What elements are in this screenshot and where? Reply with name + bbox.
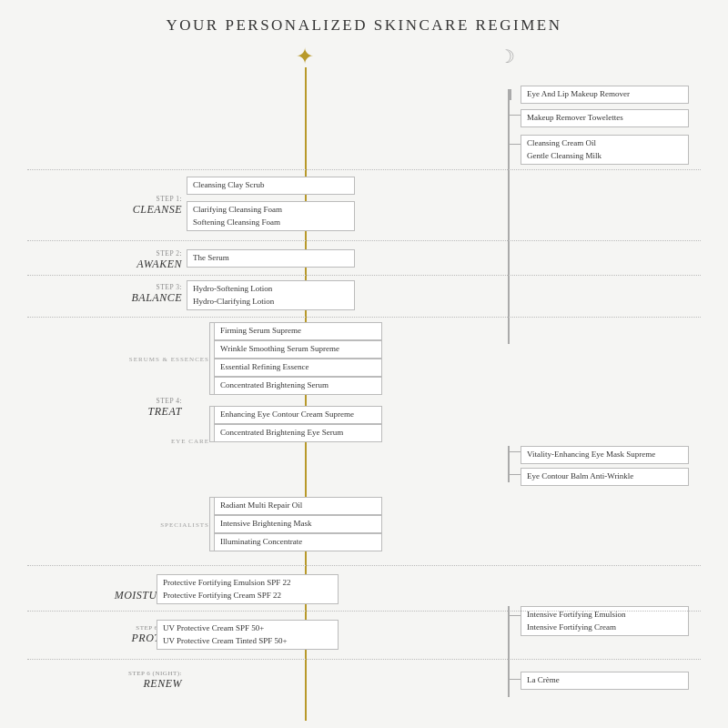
product-uv-cream: UV Protective Cream SPF 50+UV Protective… — [157, 620, 339, 650]
sublabel-eyecare: EYE CARE — [118, 438, 209, 445]
product-serum: The Serum — [187, 249, 355, 268]
product-cleansing-cream: Cleansing Cream OilGentle Cleansing Milk — [521, 135, 689, 165]
bracket-eyecare — [209, 406, 214, 442]
diagram-canvas: ✦ ☽ Eye And Lip Makeup Remover Makeup Re… — [27, 42, 701, 720]
product-wrinkle-serum: Wrinkle Smoothing Serum Supreme — [214, 340, 382, 359]
h-connector-lacreme — [508, 679, 521, 680]
moon-icon: ☽ — [499, 46, 515, 67]
h-connector-eye-balm — [508, 474, 521, 475]
gray-vert-moisturize-renew — [508, 606, 510, 679]
product-softening-lotion: Hydro-Softening LotionHydro-Clarifying L… — [187, 280, 355, 310]
product-essential-essence: Essential Refining Essence — [214, 359, 382, 377]
h-connector-towelettes — [508, 115, 521, 116]
product-repair-oil: Radiant Multi Repair Oil — [214, 497, 382, 515]
product-vitality-mask: Vitality-Enhancing Eye Mask Supreme — [521, 446, 689, 464]
sep-4 — [27, 317, 701, 318]
sublabel-specialists: SPECIALISTS — [109, 521, 209, 529]
step-awaken-label: STEP 2: AWAKEN — [27, 249, 182, 271]
product-towelettes: Makeup Remover Towelettes — [521, 109, 689, 127]
product-eye-balm: Eye Contour Balm Anti-Wrinkle — [521, 468, 689, 486]
product-illuminating: Illuminating Concentrate — [214, 533, 382, 551]
sublabel-serums: SERUMS & ESSENCES — [100, 356, 209, 363]
product-eye-contour: Enhancing Eye Contour Cream Supreme — [214, 406, 382, 424]
step-renew-label: STEP 6 (NIGHT): RENEW — [27, 670, 182, 691]
product-cleansing-foam: Clarifying Cleansing FoamSoftening Clean… — [187, 201, 355, 231]
gray-vertical-line-top — [508, 89, 510, 344]
step-balance-label: STEP 3: BALANCE — [27, 283, 182, 305]
bracket-specialists — [209, 497, 214, 551]
product-eye-lip-remover: Eye And Lip Makeup Remover — [521, 86, 689, 104]
product-brightening-mask: Intensive Brightening Mask — [214, 515, 382, 533]
sep-2 — [27, 240, 701, 241]
sep-5 — [27, 565, 701, 566]
product-firming-serum: Firming Serum Supreme — [214, 322, 382, 340]
step-treat-label: STEP 4: TREAT — [27, 397, 182, 419]
sun-icon: ✦ — [296, 44, 314, 69]
bracket-serums — [209, 322, 214, 395]
h-connector-intensive — [508, 615, 521, 616]
product-la-creme: La Crème — [521, 672, 689, 690]
product-brightening-serum: Concentrated Brightening Serum — [214, 377, 382, 395]
product-protective-emulsion: Protective Fortifying Emulsion SPF 22Pro… — [157, 574, 339, 604]
h-connector-vitality — [508, 451, 521, 452]
h-connector-cleansing-cream — [508, 144, 521, 145]
product-brightening-eye: Concentrated Brightening Eye Serum — [214, 424, 382, 442]
sep-7 — [27, 659, 701, 660]
sep-3 — [27, 275, 701, 276]
step-cleanse-label: STEP 1: CLEANSE — [27, 195, 182, 217]
product-clay-scrub: Cleansing Clay Scrub — [187, 177, 355, 195]
connector-eye-lip — [510, 89, 511, 100]
sep-6 — [27, 611, 701, 612]
sep-1 — [27, 169, 701, 170]
page-title: YOUR PERSONALIZED SKINCARE REGIMEN — [27, 16, 701, 35]
page: YOUR PERSONALIZED SKINCARE REGIMEN ✦ ☽ E… — [0, 0, 728, 728]
gray-line-eye-right — [508, 446, 510, 482]
